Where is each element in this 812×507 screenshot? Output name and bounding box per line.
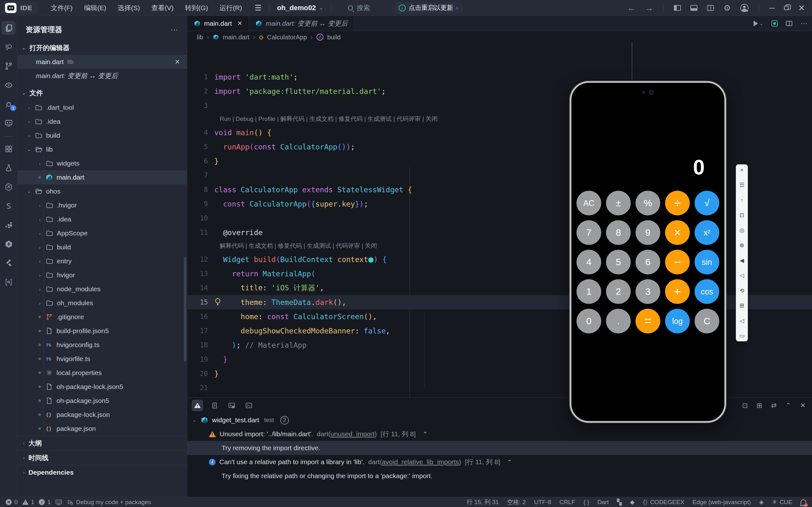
- calc-button-[interactable]: ÷: [665, 191, 690, 215]
- split-editor-icon[interactable]: [786, 21, 792, 26]
- menu-e[interactable]: 编辑(E): [80, 2, 111, 14]
- status-item-utf-8[interactable]: UTF-8: [534, 499, 551, 506]
- activity-item-remote-monitor[interactable]: [2, 116, 15, 130]
- problem-code-link[interactable]: dart(avoid_relative_lib_imports): [368, 458, 461, 466]
- calc-button-4[interactable]: 4: [577, 250, 601, 274]
- tree-item-node-modules[interactable]: ›node_modules: [17, 282, 187, 296]
- tree-item-hvigor[interactable]: ›hvigor: [17, 268, 187, 282]
- menu-r[interactable]: 运行(R): [215, 2, 246, 14]
- calc-button-8[interactable]: 8: [606, 220, 631, 245]
- calc-button-1[interactable]: 1: [577, 279, 601, 304]
- status-item-crlf[interactable]: CRLF: [559, 499, 575, 506]
- problem-code-link[interactable]: dart(unused_import): [317, 430, 377, 438]
- menu-g[interactable]: 转到(G): [181, 2, 212, 14]
- window-restore-button[interactable]: [784, 6, 789, 10]
- panel-collapse-icon[interactable]: ⌃: [786, 402, 791, 409]
- calc-button-[interactable]: ×: [665, 220, 690, 245]
- open-editor-diff[interactable]: main.dart: 变更前 ↔ 变更后: [17, 69, 187, 83]
- rotate-icon[interactable]: ⟲: [739, 288, 744, 293]
- tree-item-oh-package-json5[interactable]: oh-package.json5: [17, 394, 187, 408]
- more-menu-icon[interactable]: ☰: [255, 3, 262, 12]
- activity-item-preview-eye[interactable]: [2, 78, 15, 92]
- status-item-edge--web-javascript-[interactable]: Edge (web-javascript): [693, 499, 751, 506]
- calc-button-log[interactable]: log: [665, 309, 690, 333]
- window-close-button[interactable]: ✕: [798, 3, 805, 13]
- home-icon[interactable]: ▭: [739, 333, 744, 339]
- breadcrumb[interactable]: lib › main.dart › ◇ CalculatorApp › f bu…: [187, 31, 812, 43]
- activity-item-codelinter[interactable]: [2, 199, 15, 213]
- close-icon[interactable]: ×: [740, 167, 744, 173]
- activity-item-extensions[interactable]: [2, 142, 15, 156]
- tree-item-appscope[interactable]: ›AppScope: [17, 226, 187, 240]
- sidebar-more-actions-icon[interactable]: ⋯: [170, 25, 179, 34]
- calc-button-[interactable]: +: [665, 279, 690, 304]
- lightbulb-icon[interactable]: [215, 298, 220, 303]
- terminal-tab-icon[interactable]: [243, 400, 255, 411]
- calc-button-c[interactable]: C: [695, 309, 719, 333]
- tree-item-hvigorconfig-ts[interactable]: TShvigorconfig.ts: [17, 338, 187, 352]
- menu-f[interactable]: 文件(F): [46, 2, 77, 14]
- back-icon[interactable]: ◁: [740, 318, 744, 324]
- tree-item--idea[interactable]: ›.idea: [17, 115, 187, 128]
- info-count[interactable]: i 1: [39, 499, 51, 506]
- menu-v[interactable]: 查看(V): [147, 2, 178, 14]
- ability-icon[interactable]: ◈: [759, 498, 764, 506]
- activity-item-pixel-tool[interactable]: [2, 218, 15, 232]
- calc-button-6[interactable]: 6: [636, 250, 660, 274]
- calc-button-x[interactable]: x²: [695, 220, 719, 245]
- tree-item-oh-package-lock-json5[interactable]: oh-package-lock.json5: [17, 380, 187, 394]
- scroll-top-icon[interactable]: ↑: [741, 198, 744, 203]
- calc-button-ac[interactable]: AC: [577, 191, 601, 215]
- tree-item-hvigorfile-ts[interactable]: TShvigorfile.ts: [17, 352, 187, 366]
- problems-tab-icon[interactable]: [192, 400, 203, 411]
- files-section-header[interactable]: ⌄ 文件: [17, 86, 187, 100]
- open-editors-header[interactable]: ⌄ 打开的编辑器: [17, 41, 187, 55]
- tree-item-build[interactable]: ›build: [17, 128, 187, 143]
- status-item---15----31[interactable]: 行 15, 列 31: [467, 498, 499, 506]
- close-tab-icon[interactable]: ✕: [237, 20, 242, 27]
- calc-button-0[interactable]: 0: [577, 309, 601, 333]
- tree-item-oh-modules[interactable]: ›oh_modules: [17, 296, 187, 310]
- status-item----[interactable]: { }: [584, 499, 589, 506]
- toggle-secondary-sidebar-icon[interactable]: [707, 5, 714, 11]
- tree-item-package-json[interactable]: {}package.json: [17, 421, 187, 436]
- panel-open-view-icon[interactable]: ⊡: [742, 402, 748, 409]
- calc-button-[interactable]: √: [695, 191, 719, 215]
- warning-count[interactable]: 1: [22, 499, 35, 506]
- volume-up-icon[interactable]: ◀: [740, 258, 744, 263]
- activity-item-debug[interactable]: 1: [2, 97, 15, 111]
- menu-s[interactable]: 选择(S): [113, 2, 145, 14]
- cue-icon[interactable]: ✳CUE: [772, 498, 792, 506]
- tab-main-dart[interactable]: main.dart ✕: [187, 16, 249, 31]
- tree-item-main-dart[interactable]: main.dart: [17, 170, 187, 184]
- calc-button-cos[interactable]: cos: [695, 279, 719, 304]
- sidebar-section-[interactable]: ›大纲: [17, 436, 187, 450]
- panel-filter-icon[interactable]: ⇄: [771, 402, 777, 409]
- activity-item-deveco-service[interactable]: [2, 237, 15, 251]
- run-button[interactable]: ⌄: [754, 21, 763, 26]
- calc-button-7[interactable]: 7: [577, 220, 601, 245]
- tree-item--dart-tool[interactable]: ›.dart_tool: [17, 101, 187, 115]
- activity-item-explorer[interactable]: [2, 21, 15, 35]
- activity-item-flutter[interactable]: [2, 256, 15, 270]
- calc-button-[interactable]: ±: [606, 191, 631, 215]
- app-logo[interactable]: IDE: [3, 1, 38, 15]
- restart-update-button[interactable]: ↓ 点击重启以更新 ›: [394, 2, 464, 14]
- error-count[interactable]: ✕ 0: [6, 499, 18, 506]
- activity-item-search[interactable]: [2, 40, 15, 54]
- calc-button-[interactable]: =: [636, 309, 660, 333]
- problem-row[interactable]: Unused import: '../lib/main.dart'.dart(u…: [187, 427, 812, 441]
- tree-item-ohos[interactable]: ⌄ohos: [17, 184, 187, 198]
- output-tab-icon[interactable]: [209, 400, 220, 411]
- location-icon[interactable]: ⊕: [739, 242, 744, 248]
- calc-button-9[interactable]: 9: [636, 220, 660, 245]
- window-minimize-button[interactable]: ─: [769, 3, 774, 12]
- tree-item-build-profile-json5[interactable]: build-profile.json5: [17, 324, 187, 338]
- problem-row[interactable]: iCan't use a relative path to import a l…: [187, 455, 812, 469]
- pixel-blocks-icon[interactable]: ▚: [617, 498, 622, 506]
- previewer-icon[interactable]: [771, 20, 778, 26]
- panel-close-icon[interactable]: ✕: [800, 402, 806, 409]
- collapse-hint-icon[interactable]: ⌃: [507, 458, 512, 466]
- calc-button-[interactable]: −: [665, 250, 690, 274]
- tree-item--idea[interactable]: ›.idea: [17, 212, 187, 226]
